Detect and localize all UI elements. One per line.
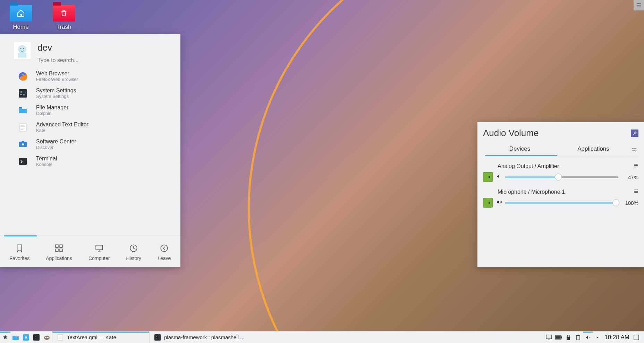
svg-point-19 [633, 148, 634, 149]
device-name: Microphone / Microphone 1 [498, 189, 565, 195]
device-menu-button[interactable] [634, 189, 638, 195]
task-kate[interactable]: TextArea.qml — Kate [52, 332, 149, 343]
application-launcher: dev Web BrowserFirefox Web Browser Syste… [0, 34, 180, 267]
firefox-icon [18, 72, 28, 81]
svg-rect-38 [576, 335, 580, 340]
fav-web-browser[interactable]: Web BrowserFirefox Web Browser [0, 68, 180, 85]
pin-button[interactable] [631, 129, 638, 137]
svg-rect-24 [489, 202, 490, 204]
device-name: Analog Output / Amplifier [498, 163, 559, 169]
svg-rect-37 [567, 337, 570, 340]
tab-indicator [4, 235, 37, 236]
task-konsole[interactable]: plasma-framework : plasmashell ... [149, 332, 249, 343]
launcher-search-input[interactable] [37, 57, 172, 64]
launcher-tabs: Favorites Applications Computer History … [0, 235, 180, 267]
fav-text-editor[interactable]: Advanced Text EditorKate [0, 119, 180, 136]
pinned-dolphin[interactable] [10, 332, 21, 343]
svg-rect-3 [18, 53, 26, 58]
tray-expand-arrow[interactable] [593, 332, 602, 343]
tab-history[interactable]: History [126, 237, 142, 261]
discover-icon [18, 140, 28, 149]
tab-leave[interactable]: Leave [158, 237, 171, 261]
svg-point-2 [23, 48, 24, 49]
svg-rect-36 [561, 337, 562, 338]
folder-icon [18, 106, 28, 115]
tray-lock-icon[interactable] [564, 332, 573, 343]
svg-rect-8 [19, 124, 26, 131]
panel-config-handle[interactable] [634, 0, 644, 10]
user-avatar[interactable] [14, 42, 31, 59]
settings-icon [18, 89, 28, 98]
svg-rect-14 [56, 249, 58, 252]
input-volume-percent: 100% [622, 200, 638, 206]
output-volume-percent: 47% [622, 174, 638, 180]
svg-point-26 [25, 336, 27, 338]
audio-config-button[interactable] [630, 147, 638, 152]
svg-rect-27 [33, 334, 40, 341]
svg-rect-12 [56, 245, 58, 248]
kate-icon [57, 334, 63, 341]
mute-output-button[interactable] [496, 174, 502, 181]
output-volume-slider[interactable] [505, 175, 618, 179]
svg-point-7 [23, 94, 25, 95]
desktop-icon-trash[interactable]: Trash [53, 5, 75, 31]
pinned-konsole[interactable] [31, 332, 42, 343]
fav-software-center[interactable]: Software CenterDiscover [0, 136, 180, 153]
svg-rect-22 [489, 176, 490, 178]
mute-input-button[interactable] [496, 199, 502, 206]
svg-rect-5 [19, 89, 27, 98]
terminal-icon [18, 157, 28, 166]
sound-card-icon [483, 198, 493, 208]
svg-point-10 [22, 143, 24, 145]
kate-icon [18, 123, 28, 132]
svg-point-6 [20, 91, 22, 93]
svg-rect-32 [154, 334, 161, 341]
tab-favorites[interactable]: Favorites [10, 237, 30, 261]
svg-rect-16 [96, 245, 103, 250]
taskbar: TextArea.qml — Kate plasma-framework : p… [0, 331, 644, 343]
tab-computer[interactable]: Computer [88, 237, 110, 261]
clock[interactable]: 10:28 AM [603, 334, 631, 341]
show-desktop-button[interactable] [632, 332, 641, 343]
svg-rect-11 [19, 158, 27, 165]
fav-terminal[interactable]: TerminalKonsole [0, 153, 180, 170]
svg-point-1 [20, 48, 22, 49]
svg-rect-15 [60, 249, 62, 252]
desktop-icon-home-label: Home [13, 24, 28, 31]
svg-point-30 [47, 337, 49, 338]
svg-point-18 [161, 245, 168, 252]
fav-system-settings[interactable]: System SettingsSystem Settings [0, 85, 180, 102]
audio-tab-applications[interactable]: Applications [557, 143, 630, 156]
username-label: dev [37, 42, 172, 53]
desktop-icon-trash-label: Trash [57, 24, 71, 31]
svg-rect-35 [556, 336, 560, 338]
svg-point-28 [44, 336, 50, 340]
audio-tab-devices[interactable]: Devices [483, 143, 557, 156]
svg-rect-33 [546, 335, 552, 339]
svg-rect-31 [58, 335, 63, 340]
tray-battery-icon[interactable] [554, 332, 563, 343]
tray-display-icon[interactable] [545, 332, 553, 343]
device-input: Microphone / Microphone 1 100% [483, 189, 638, 208]
audio-volume-applet: Audio Volume Devices Applications Analog… [477, 122, 644, 267]
svg-rect-13 [60, 245, 62, 248]
tray-clipboard-icon[interactable] [574, 332, 582, 343]
svg-rect-39 [577, 335, 579, 336]
tray-volume-icon[interactable] [584, 332, 592, 343]
fav-file-manager[interactable]: File ManagerDolphin [0, 102, 180, 119]
start-button[interactable] [0, 332, 10, 343]
desktop-icon-home[interactable]: Home [10, 5, 32, 31]
device-output: Analog Output / Amplifier 47% [483, 163, 638, 182]
input-volume-slider[interactable] [505, 200, 618, 205]
svg-point-0 [18, 45, 26, 53]
tab-applications[interactable]: Applications [46, 237, 72, 261]
favorites-list: Web BrowserFirefox Web Browser System Se… [0, 65, 180, 170]
pinned-gimp[interactable] [42, 332, 52, 343]
pinned-settings[interactable] [21, 332, 31, 343]
sound-card-icon [483, 172, 493, 182]
svg-point-29 [45, 337, 46, 338]
svg-point-20 [635, 150, 636, 151]
audio-title: Audio Volume [483, 128, 539, 139]
device-menu-button[interactable] [634, 163, 638, 169]
terminal-icon [154, 334, 161, 341]
